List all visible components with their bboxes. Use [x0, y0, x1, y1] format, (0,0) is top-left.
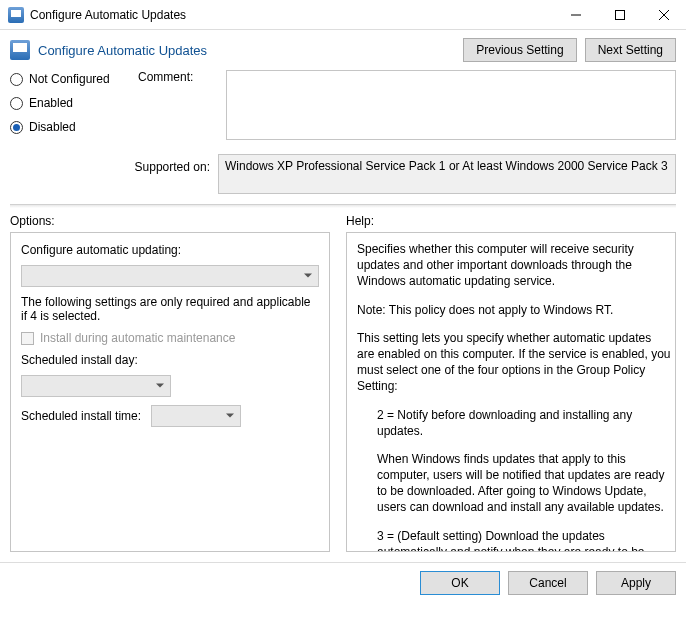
policy-icon: [10, 40, 30, 60]
help-paragraph: Note: This policy does not apply to Wind…: [357, 302, 671, 318]
supported-on-value: Windows XP Professional Service Pack 1 o…: [218, 154, 676, 194]
comment-label: Comment:: [138, 70, 218, 84]
help-paragraph: This setting lets you specify whether au…: [357, 330, 671, 395]
ok-button[interactable]: OK: [420, 571, 500, 595]
options-note: The following settings are only required…: [21, 295, 319, 323]
supported-on-label: Supported on:: [10, 154, 210, 174]
radio-icon: [10, 73, 23, 86]
radio-label: Enabled: [29, 96, 73, 110]
apply-button[interactable]: Apply: [596, 571, 676, 595]
previous-setting-button[interactable]: Previous Setting: [463, 38, 576, 62]
close-button[interactable]: [642, 0, 686, 30]
page-title: Configure Automatic Updates: [38, 43, 207, 58]
install-during-maintenance-checkbox[interactable]: Install during automatic maintenance: [21, 331, 319, 345]
radio-disabled[interactable]: Disabled: [10, 120, 130, 134]
help-paragraph: When Windows finds updates that apply to…: [357, 451, 671, 516]
checkbox-label: Install during automatic maintenance: [40, 331, 235, 345]
maximize-button[interactable]: [598, 0, 642, 30]
next-setting-button[interactable]: Next Setting: [585, 38, 676, 62]
header-bar: Configure Automatic Updates Previous Set…: [10, 38, 676, 62]
scheduled-day-select[interactable]: [21, 375, 171, 397]
window-title: Configure Automatic Updates: [30, 8, 554, 22]
titlebar: Configure Automatic Updates: [0, 0, 686, 30]
scheduled-time-label: Scheduled install time:: [21, 409, 141, 423]
app-icon: [8, 7, 24, 23]
radio-enabled[interactable]: Enabled: [10, 96, 130, 110]
scheduled-day-label: Scheduled install day:: [21, 353, 319, 367]
help-paragraph: Specifies whether this computer will rec…: [357, 241, 671, 290]
svg-rect-1: [616, 10, 625, 19]
minimize-button[interactable]: [554, 0, 598, 30]
close-icon: [659, 10, 669, 20]
footer: OK Cancel Apply: [0, 562, 686, 603]
radio-label: Disabled: [29, 120, 76, 134]
divider: [10, 204, 676, 208]
checkbox-icon: [21, 332, 34, 345]
cancel-button[interactable]: Cancel: [508, 571, 588, 595]
help-paragraph: 3 = (Default setting) Download the updat…: [357, 528, 671, 551]
maximize-icon: [615, 10, 625, 20]
radio-not-configured[interactable]: Not Configured: [10, 72, 130, 86]
radio-icon: [10, 121, 23, 134]
radio-icon: [10, 97, 23, 110]
help-panel: Specifies whether this computer will rec…: [346, 232, 676, 552]
minimize-icon: [571, 10, 581, 20]
configure-updating-select[interactable]: [21, 265, 319, 287]
comment-textarea[interactable]: [226, 70, 676, 140]
state-radio-group: Not Configured Enabled Disabled: [10, 70, 130, 134]
configure-updating-label: Configure automatic updating:: [21, 243, 319, 257]
radio-label: Not Configured: [29, 72, 110, 86]
help-paragraph: 2 = Notify before downloading and instal…: [357, 407, 671, 439]
scheduled-time-select[interactable]: [151, 405, 241, 427]
help-text[interactable]: Specifies whether this computer will rec…: [347, 233, 675, 551]
help-label: Help:: [346, 214, 676, 228]
options-panel: Configure automatic updating: The follow…: [10, 232, 330, 552]
options-label: Options:: [10, 214, 330, 228]
